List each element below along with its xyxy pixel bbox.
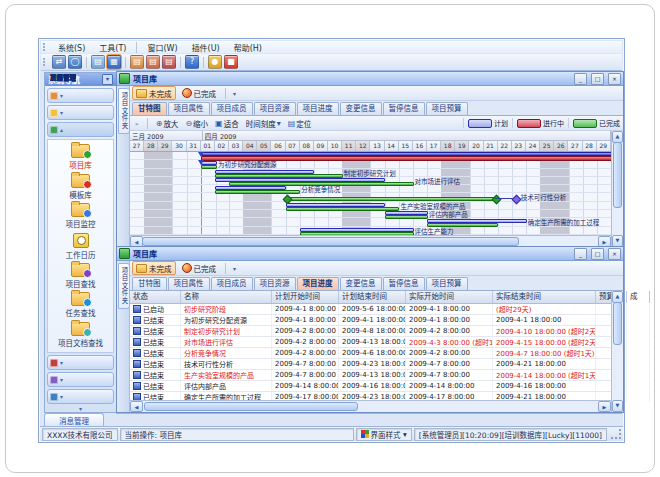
sidebar-item-project-monitor[interactable]: 项目监控 [48, 201, 113, 231]
table-folder-vertical-tab[interactable]: 项目文件夹 [118, 263, 130, 309]
cell: 分析竞争情况 [181, 348, 272, 358]
sidebar-item-project-search[interactable]: 项目查找 [48, 261, 113, 291]
gantt-close-button[interactable]: × [608, 73, 621, 85]
zoom-in-button[interactable]: ⊕放大 [154, 118, 181, 129]
cost-cell [627, 392, 650, 402]
scrollbar-thumb[interactable] [142, 237, 519, 246]
gantt-row: 确定生产所需的加工过程 [130, 218, 611, 226]
message-management-tab[interactable]: 消息管理 [44, 413, 104, 426]
globe-icon[interactable]: ◯ [68, 55, 82, 69]
sidebar-group-process-management[interactable]: 工艺管理▾ [47, 372, 114, 387]
table-toolbar-overflow-button[interactable]: ▾ [231, 265, 238, 272]
report-edit-icon[interactable]: ▤ [146, 55, 160, 69]
column-header-5[interactable]: 实际结束时间 [493, 291, 596, 303]
table-tab-2[interactable]: 项目成员 [211, 277, 253, 290]
table-horizontal-scrollbar[interactable]: ◀▶ [130, 400, 611, 412]
zoom-button-label: 适合 [224, 118, 239, 129]
lock-icon[interactable]: ● [208, 55, 222, 69]
scroll-left-arrow[interactable]: ◀ [130, 401, 143, 412]
table-tab-3[interactable]: 项目资源 [254, 277, 296, 290]
locate-button[interactable]: ▤定位 [286, 118, 314, 129]
menu-item-system[interactable]: 系统(S) [51, 42, 92, 53]
toolbar-grip [43, 58, 48, 66]
scrollbar-thumb[interactable] [613, 142, 622, 208]
gantt-tab-7[interactable]: 项目预算 [426, 102, 468, 115]
table-minimize-button[interactable]: _ [574, 248, 587, 260]
sidebar-group-work-management[interactable]: 工作管理▾ [47, 88, 114, 103]
column-header-1[interactable]: 名称 [181, 291, 272, 303]
sidebar-item-project-doc-search[interactable]: 项目文档查找 [48, 320, 113, 350]
sidebar-group-document-management[interactable]: 文档管理▾ [47, 105, 114, 120]
save-icon[interactable]: ▦ [107, 55, 121, 69]
ui-style-selector[interactable]: 界面样式 ▾ [356, 428, 412, 441]
gantt-tab-1[interactable]: 项目属性 [168, 102, 210, 115]
help-icon[interactable]: ? [185, 55, 199, 69]
scroll-right-arrow[interactable]: ▶ [598, 401, 611, 412]
sidebar-overflow-button[interactable]: ▾ [45, 404, 116, 412]
column-header-0[interactable]: 状态 [130, 291, 181, 303]
table-row[interactable]: 已结束制定初步研究计划2009-4-2 8:00:002009-4-8 18:0… [130, 326, 611, 337]
sidebar-item-project-library[interactable]: 项目库 [48, 142, 113, 172]
sidebar-group-product-management[interactable]: 产品管理▾ [47, 355, 114, 370]
report-new-icon[interactable]: ▤ [130, 55, 144, 69]
table-close-button[interactable]: × [608, 248, 621, 260]
gantt-tab-3[interactable]: 项目资源 [254, 102, 296, 115]
table-finished-filter-button[interactable]: 已完成 [178, 261, 221, 275]
gantt-tab-2[interactable]: 项目成员 [211, 102, 253, 115]
gantt-tab-5[interactable]: 变更信息 [340, 102, 382, 115]
gantt-tab-4[interactable]: 项目进度 [297, 102, 339, 115]
table-row[interactable]: 已结束分析竞争情况2009-4-2 8:00:002009-4-6 18:00:… [130, 348, 611, 359]
table-tab-0[interactable]: 甘特图 [132, 277, 167, 290]
zoom-toolbar-overflow-button[interactable]: » [133, 120, 141, 127]
report-delete-icon[interactable]: ▤ [162, 55, 176, 69]
table-tab-6[interactable]: 暂停信息 [383, 277, 425, 290]
table-row[interactable]: 已结束评估内部产品2009-4-14 8:00:002009-4-16 18:0… [130, 381, 611, 392]
menu-item-help[interactable]: 帮助(H) [227, 42, 269, 53]
table-tab-5[interactable]: 变更信息 [340, 277, 382, 290]
resize-grip[interactable] [611, 429, 621, 439]
sync-icon[interactable]: ⇄ [52, 55, 66, 69]
table-tab-1[interactable]: 项目属性 [168, 277, 210, 290]
gantt-minimize-button[interactable]: _ [574, 73, 587, 85]
table-row[interactable]: 已结束对市场进行评估2009-4-2 8:00:002009-4-13 18:0… [130, 337, 611, 348]
table-row[interactable]: 已结束为初步研究分配资源2009-4-1 8:00:002009-4-1 18:… [130, 315, 611, 326]
gantt-toolbar-overflow-button[interactable]: ▾ [231, 90, 238, 97]
table-row[interactable]: 已结束技术可行性分析2009-4-7 8:00:002009-4-23 18:0… [130, 359, 611, 370]
gantt-unfinished-filter-button[interactable]: 未完成 [132, 86, 176, 100]
gantt-tab-0[interactable]: 甘特图 [132, 102, 167, 115]
scrollbar-thumb[interactable] [613, 302, 622, 345]
exit-icon[interactable]: ■ [224, 55, 238, 69]
gantt-vertical-scrollbar[interactable]: ▲▼ [611, 131, 623, 247]
time-scale-button[interactable]: 时间刻度▾ [244, 118, 283, 129]
gantt-finished-filter-button[interactable]: 已完成 [178, 86, 221, 100]
sidebar-group-system-management[interactable]: 系统管理▾ [47, 389, 114, 404]
column-header-3[interactable]: 计划结束时间 [339, 291, 406, 303]
table-tab-7[interactable]: 项目预算 [426, 277, 468, 290]
menu-item-window[interactable]: 窗口(W) [140, 42, 184, 53]
sidebar-item-template-library[interactable]: 模板库 [48, 172, 113, 202]
sidebar-item-task-search[interactable]: 任务查找 [48, 291, 113, 321]
menu-item-plugins[interactable]: 插件(U) [185, 42, 227, 53]
scroll-down-arrow[interactable]: ▼ [612, 400, 623, 412]
gantt-restore-button[interactable]: □ [591, 73, 604, 85]
sidebar-item-work-calendar[interactable]: 工作日历 [48, 231, 113, 261]
column-header-2[interactable]: 计划开始时间 [272, 291, 339, 303]
menu-item-tools[interactable]: 工具(T) [92, 42, 133, 53]
sidebar-header-button[interactable]: ▾ [102, 74, 113, 85]
table-tab-4[interactable]: 项目进度 [297, 277, 339, 290]
table-unfinished-filter-button[interactable]: 未完成 [132, 261, 176, 275]
gantt-tab-6[interactable]: 暂停信息 [383, 102, 425, 115]
day-cell: 13 [370, 141, 384, 151]
open-folder-icon[interactable]: ▤ [91, 55, 105, 69]
table-row[interactable]: 已结束生产实验室规模的产品2009-4-7 8:00:002009-4-13 1… [130, 370, 611, 381]
scrollbar-thumb[interactable] [144, 402, 358, 411]
column-header-4[interactable]: 实际开始时间 [406, 291, 493, 303]
table-restore-button[interactable]: □ [591, 248, 604, 260]
table-row[interactable]: 已启动初步研究阶段2009-4-1 8:00:002009-5-6 18:00:… [130, 304, 611, 315]
column-header-7[interactable]: 成 [627, 291, 650, 303]
zoom-out-button[interactable]: ⊖缩小 [183, 118, 210, 129]
table-vertical-scrollbar[interactable]: ▲▼ [611, 291, 623, 412]
sidebar-group-project-management[interactable]: 项目管理▴ [47, 122, 114, 137]
fit-button[interactable]: ▣适合 [213, 118, 241, 129]
gantt-folder-vertical-tab[interactable]: 项目文件夹 [118, 88, 130, 134]
